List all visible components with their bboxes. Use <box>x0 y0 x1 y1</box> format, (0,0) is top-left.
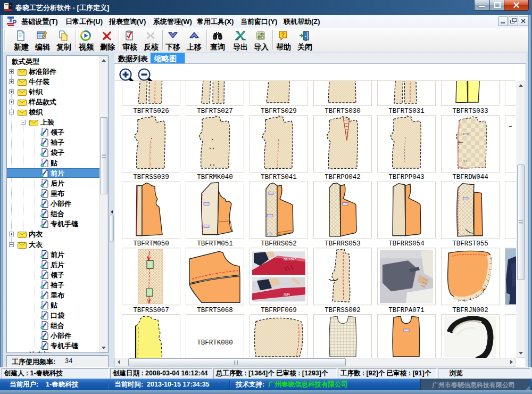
svg-text:面料: 面料 <box>284 292 290 297</box>
svg-text:6015P: 6015P <box>284 257 296 261</box>
svg-text:4CM: 4CM <box>462 133 469 136</box>
svg-text:?: ? <box>281 31 285 38</box>
svg-text:5X: 5X <box>463 159 467 162</box>
